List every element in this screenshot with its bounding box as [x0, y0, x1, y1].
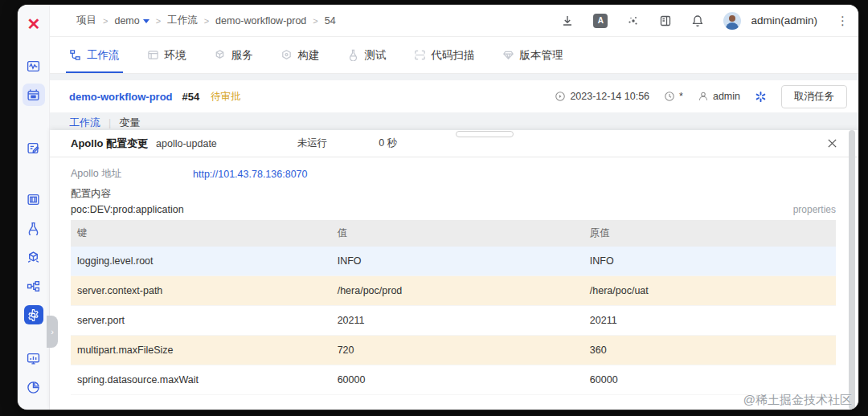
pipeline-icon[interactable]	[23, 275, 45, 297]
tab-service[interactable]: 服务	[214, 37, 253, 73]
pulse-monitor-icon[interactable]	[23, 55, 45, 77]
tab-test[interactable]: 测试	[347, 37, 387, 73]
panel-body: Apollo 地址 http://101.43.78.136:8070 配置内容…	[50, 157, 858, 395]
run-start-time: 2023-12-14 10:56	[555, 91, 649, 102]
topbar-actions: A admin(admin) ⋮	[561, 12, 849, 30]
table-row[interactable]: spring.datasource.maxWait 60000 60000	[71, 365, 836, 395]
vertical-scrollbar[interactable]	[849, 130, 855, 410]
sidebar: ✕	[18, 5, 50, 410]
cell-original: 60000	[583, 365, 836, 395]
table-row[interactable]: logging.level.root INFO INFO	[71, 247, 836, 276]
bell-icon[interactable]	[691, 14, 704, 27]
breadcrumb-separator: >	[103, 16, 108, 26]
breadcrumb-separator: >	[313, 16, 317, 26]
cell-original: 360	[583, 336, 836, 365]
translate-icon[interactable]: A	[593, 14, 608, 28]
cell-value: 20211	[331, 306, 583, 336]
more-menu-icon[interactable]: ⋮	[837, 14, 849, 28]
user-avatar[interactable]	[723, 12, 741, 30]
breadcrumb-separator: >	[204, 16, 209, 26]
plugin-dots-icon[interactable]	[627, 14, 640, 27]
dashboard-monitor-icon[interactable]	[23, 347, 45, 369]
apollo-address-field: Apollo 地址 http://101.43.78.136:8070	[71, 167, 836, 181]
tab-workflow[interactable]: 工作流	[69, 37, 120, 73]
download-icon[interactable]	[561, 14, 574, 27]
content: 工作流 环境 服务 构建	[50, 37, 858, 410]
app-window: ✕	[18, 5, 858, 410]
breadcrumb-item-workflow[interactable]: 工作流	[167, 14, 198, 27]
tab-version-management[interactable]: 版本管理	[502, 37, 563, 73]
tab-environment[interactable]: 环境	[147, 37, 186, 73]
caret-down-icon[interactable]	[143, 19, 149, 23]
screen: ✕	[0, 0, 868, 416]
panel-duration: 0 秒	[379, 137, 397, 150]
sidebar-collapse-handle[interactable]: ›	[47, 316, 58, 348]
run-owner: admin	[698, 91, 740, 102]
cell-key: multipart.maxFileSize	[71, 336, 331, 365]
cell-key: server.port	[71, 306, 331, 336]
tab-code-scan[interactable]: 代码扫描	[414, 37, 475, 73]
tab-label: 环境	[165, 48, 186, 63]
field-label: Apollo 地址	[71, 167, 193, 181]
cell-original: 20211	[583, 306, 836, 336]
table-header-row: 键 值 原值	[71, 220, 836, 247]
cell-key: server.context-path	[71, 276, 331, 306]
close-icon[interactable]	[827, 138, 837, 149]
table-row[interactable]: server.context-path /hera/poc/prod /hera…	[71, 276, 836, 306]
column-header-key: 键	[71, 220, 331, 247]
cell-value: 60000	[331, 365, 583, 395]
topbar: 项目 > demo > 工作流 > demo-workflow-prod > 5…	[50, 5, 858, 37]
config-content-field: 配置内容	[71, 187, 836, 201]
flask-icon[interactable]	[23, 217, 45, 239]
cell-original: INFO	[583, 247, 836, 276]
apollo-config-panel: Apollo 配置变更 apollo-update 未运行 0 秒 Apollo…	[50, 130, 858, 410]
cell-value: 720	[331, 336, 583, 365]
package-cube-icon[interactable]	[23, 246, 45, 268]
app-logo[interactable]: ✕	[27, 14, 40, 34]
run-workflow-link[interactable]: demo-workflow-prod	[69, 91, 173, 103]
table-row[interactable]: server.port 20211 20211	[71, 306, 836, 336]
breadcrumb-item-demo[interactable]: demo	[114, 15, 149, 27]
subtab-variables[interactable]: 变量	[119, 116, 140, 130]
column-header-value: 值	[331, 220, 583, 247]
tab-build[interactable]: 构建	[280, 37, 320, 73]
clock-icon	[664, 91, 675, 102]
apollo-address-link[interactable]: http://101.43.78.136:8070	[193, 169, 308, 180]
tab-label: 版本管理	[520, 48, 563, 63]
config-diff-table: 键 值 原值 logging.level.root INFO INFO	[71, 220, 836, 395]
cell-key: logging.level.root	[71, 247, 331, 276]
run-header: demo-workflow-prod #54 待审批 2023-12-14 10…	[50, 80, 858, 112]
username[interactable]: admin(admin)	[751, 14, 817, 27]
subtab-workflow[interactable]: 工作流	[69, 116, 100, 130]
namespace-format: properties	[793, 204, 836, 215]
panel-run-status: 未运行	[297, 137, 328, 150]
tab-label: 工作流	[87, 48, 120, 63]
table-row[interactable]: multipart.maxFileSize 720 360	[71, 336, 836, 365]
namespace-name: poc:DEV:prod:application	[71, 204, 184, 215]
person-icon	[698, 91, 709, 102]
tab-label: 构建	[298, 48, 320, 63]
run-number: #54	[182, 91, 200, 103]
namespace-row: poc:DEV:prod:application properties	[71, 204, 836, 215]
cancel-task-button[interactable]: 取消任务	[781, 85, 847, 108]
run-meta: 2023-12-14 10:56 * admin	[555, 85, 847, 108]
run-status-badge: 待审批	[211, 90, 241, 104]
cell-key: spring.datasource.maxWait	[71, 365, 331, 395]
horizontal-scrollbar-thumb[interactable]	[456, 131, 514, 137]
play-circle-icon	[555, 91, 566, 102]
project-board-icon[interactable]	[23, 84, 45, 106]
breadcrumb-item-workflow-name[interactable]: demo-workflow-prod	[215, 15, 306, 27]
module-tabbar: 工作流 环境 服务 构建	[50, 37, 858, 74]
watermark: @稀土掘金技术社区	[743, 393, 852, 408]
settings-gear-icon[interactable]	[24, 305, 43, 324]
docs-book-icon[interactable]	[659, 14, 672, 27]
panel-title: Apollo 配置变更	[71, 137, 148, 151]
breadcrumb-item-projects[interactable]: 项目	[76, 14, 96, 27]
tab-label: 服务	[231, 48, 253, 63]
breadcrumb-item-run-number: 54	[325, 15, 336, 27]
tab-label: 代码扫描	[432, 48, 475, 63]
archive-box-icon[interactable]	[23, 188, 45, 210]
subtabs: 工作流 | 变量	[50, 112, 858, 130]
pie-chart-icon[interactable]	[23, 376, 45, 398]
edit-note-icon[interactable]	[23, 137, 45, 159]
